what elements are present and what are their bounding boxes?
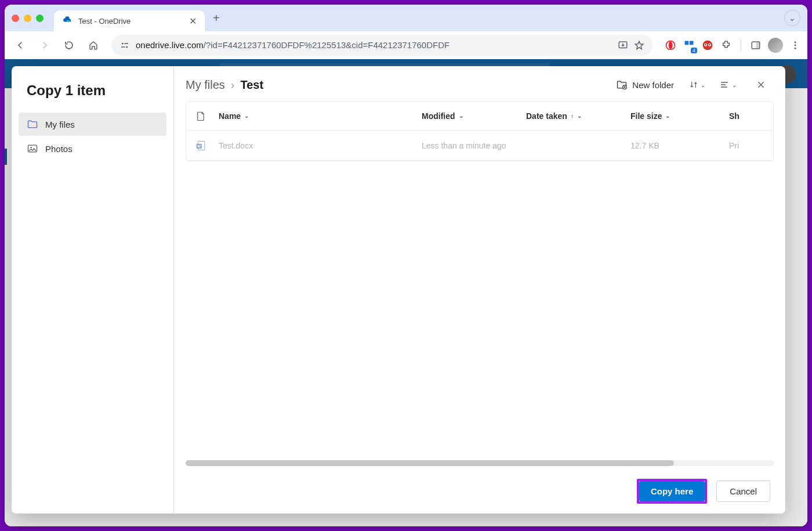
- column-date-taken[interactable]: Date taken ↑ ⌄: [526, 111, 630, 121]
- chevron-down-icon: ⌄: [459, 113, 463, 119]
- extension-badge-icon[interactable]: 4: [683, 39, 695, 52]
- svg-point-13: [709, 44, 710, 45]
- profile-avatar[interactable]: [768, 38, 783, 53]
- close-window-button[interactable]: [12, 15, 19, 22]
- tab-search-button[interactable]: ⌄: [784, 10, 800, 26]
- home-button[interactable]: [84, 35, 103, 55]
- svg-point-9: [703, 40, 713, 50]
- tab-strip: Test - OneDrive ✕ + ⌄: [5, 5, 807, 31]
- svg-rect-8: [690, 41, 694, 45]
- url-text: onedrive.live.com/?id=F44212371760DFDF%2…: [136, 40, 612, 50]
- chevron-down-icon: ⌄: [665, 113, 670, 119]
- toolbar-divider: [741, 39, 741, 52]
- forward-button[interactable]: [35, 35, 55, 55]
- tab-title: Test - OneDrive: [78, 17, 183, 26]
- breadcrumb: My files › Test: [186, 78, 263, 92]
- file-size: 12.7 KB: [630, 141, 729, 150]
- folder-icon: [27, 118, 38, 130]
- close-dialog-button[interactable]: [753, 77, 769, 93]
- chevron-down-icon: ⌄: [244, 113, 249, 119]
- browser-window: Test - OneDrive ✕ + ⌄ onedrive.live.com/…: [5, 5, 807, 526]
- dialog-footer: Copy here Cancel: [174, 468, 785, 514]
- address-bar[interactable]: onedrive.live.com/?id=F44212371760DFDF%2…: [111, 35, 652, 56]
- column-icon[interactable]: [195, 111, 219, 121]
- install-app-icon[interactable]: [618, 40, 628, 50]
- copy-here-button[interactable]: Copy here: [639, 481, 705, 501]
- file-type-icon: W: [195, 140, 219, 151]
- breadcrumb-current: Test: [240, 78, 263, 92]
- extension-icons: 4: [664, 38, 802, 53]
- svg-point-20: [30, 147, 32, 149]
- onedrive-app: Copy 1 item My files Photos: [5, 59, 807, 526]
- dialog-body: Copy 1 item My files Photos: [12, 66, 785, 514]
- nav-indicator: [5, 149, 7, 165]
- file-table: Name ⌄ Modified ⌄ Date taken ↑ ⌄: [186, 101, 774, 161]
- chevron-down-icon: ⌄: [732, 82, 737, 88]
- dialog-content: My files › Test New folder ⌄: [174, 66, 785, 514]
- cancel-button[interactable]: Cancel: [716, 481, 770, 502]
- dialog-sidebar: Copy 1 item My files Photos: [12, 66, 174, 514]
- svg-rect-1: [124, 43, 128, 44]
- new-folder-button[interactable]: New folder: [612, 77, 677, 93]
- extensions-menu-icon[interactable]: [720, 39, 733, 52]
- chevron-down-icon: ⌄: [577, 113, 582, 119]
- svg-point-17: [795, 44, 796, 46]
- extension-opera-icon[interactable]: [664, 39, 677, 52]
- copy-item-dialog: Copy 1 item My files Photos: [12, 66, 785, 514]
- close-tab-icon[interactable]: ✕: [189, 16, 197, 27]
- photos-icon: [27, 143, 38, 154]
- sidepanel-icon[interactable]: [749, 39, 762, 52]
- extension-eyes-icon[interactable]: [701, 39, 714, 52]
- bookmark-icon[interactable]: [634, 40, 644, 50]
- svg-rect-15: [756, 42, 760, 49]
- chevron-right-icon: ›: [231, 78, 235, 92]
- sidebar-item-label: Photos: [45, 144, 72, 154]
- header-actions: New folder ⌄ ⌄: [612, 77, 769, 93]
- browser-menu-icon[interactable]: [789, 39, 802, 52]
- browser-toolbar: onedrive.live.com/?id=F44212371760DFDF%2…: [5, 31, 807, 59]
- browser-tab[interactable]: Test - OneDrive ✕: [54, 10, 205, 31]
- sidebar-item-photos[interactable]: Photos: [19, 137, 166, 160]
- sidebar-item-my-files[interactable]: My files: [19, 113, 166, 136]
- new-tab-button[interactable]: +: [213, 12, 220, 25]
- back-button[interactable]: [10, 35, 30, 55]
- file-sharing: Pri: [729, 141, 764, 150]
- svg-point-16: [795, 41, 796, 43]
- sort-button[interactable]: ⌄: [687, 78, 708, 92]
- scrollbar-thumb[interactable]: [186, 460, 674, 466]
- maximize-window-button[interactable]: [36, 15, 44, 22]
- svg-rect-3: [121, 46, 125, 48]
- svg-point-2: [126, 46, 128, 48]
- svg-point-18: [795, 47, 796, 49]
- file-name: Test.docx: [219, 141, 422, 150]
- view-options-button[interactable]: ⌄: [717, 78, 739, 92]
- horizontal-scrollbar[interactable]: [186, 460, 774, 466]
- sort-asc-icon: ↑: [571, 113, 574, 120]
- new-folder-label: New folder: [632, 80, 674, 90]
- svg-rect-7: [685, 41, 689, 45]
- onedrive-favicon-icon: [62, 16, 72, 26]
- column-name[interactable]: Name ⌄: [219, 111, 422, 121]
- svg-point-6: [669, 41, 673, 49]
- svg-point-0: [122, 42, 124, 44]
- breadcrumb-my-files[interactable]: My files: [186, 78, 225, 92]
- table-row[interactable]: W Test.docx Less than a minute ago 12.7 …: [186, 131, 773, 161]
- primary-button-highlight: Copy here: [637, 479, 707, 504]
- column-file-size[interactable]: File size ⌄: [630, 111, 729, 121]
- sidebar-item-label: My files: [45, 120, 75, 129]
- svg-point-12: [705, 44, 706, 45]
- file-modified: Less than a minute ago: [422, 141, 526, 150]
- svg-text:W: W: [197, 145, 201, 148]
- window-controls: [12, 15, 44, 22]
- minimize-window-button[interactable]: [24, 15, 31, 22]
- reload-button[interactable]: [59, 35, 79, 55]
- chevron-down-icon: ⌄: [701, 82, 705, 88]
- dialog-title: Copy 1 item: [27, 82, 166, 99]
- table-header: Name ⌄ Modified ⌄ Date taken ↑ ⌄: [186, 102, 773, 131]
- site-settings-icon[interactable]: [119, 40, 130, 50]
- content-header: My files › Test New folder ⌄: [174, 66, 785, 101]
- column-sharing[interactable]: Sh: [729, 111, 764, 121]
- column-modified[interactable]: Modified ⌄: [422, 111, 526, 121]
